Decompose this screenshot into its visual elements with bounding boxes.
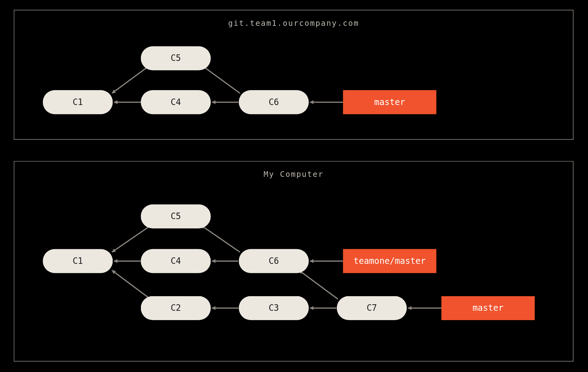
commit-c4: C4 xyxy=(141,90,211,114)
svg-line-8 xyxy=(201,225,240,252)
svg-line-7 xyxy=(112,270,152,300)
branch-teamone-master: teamone/master xyxy=(343,249,436,273)
commit-c7: C7 xyxy=(337,296,407,320)
commit-c5: C5 xyxy=(141,46,211,71)
panel-local-title: My Computer xyxy=(14,169,573,179)
commit-c4: C4 xyxy=(141,249,211,273)
panel-local: My Computer xyxy=(14,161,574,362)
commit-c1: C1 xyxy=(43,90,113,114)
diagram-page: git.team1.ourcompany.com C1 xyxy=(0,0,588,372)
branch-master: master xyxy=(343,90,436,114)
panel-remote-arrows xyxy=(14,11,574,141)
commit-c1: C1 xyxy=(43,249,113,273)
commit-c2: C2 xyxy=(141,296,211,320)
panel-remote: git.team1.ourcompany.com C1 xyxy=(14,10,574,140)
svg-line-3 xyxy=(201,65,240,93)
svg-line-5 xyxy=(112,225,152,252)
commit-c6: C6 xyxy=(239,90,309,114)
svg-line-12 xyxy=(299,270,338,299)
commit-c6: C6 xyxy=(239,249,309,273)
commit-c5: C5 xyxy=(141,204,211,229)
branch-master: master xyxy=(441,296,535,320)
panel-remote-title: git.team1.ourcompany.com xyxy=(14,18,573,28)
commit-c3: C3 xyxy=(239,296,309,320)
